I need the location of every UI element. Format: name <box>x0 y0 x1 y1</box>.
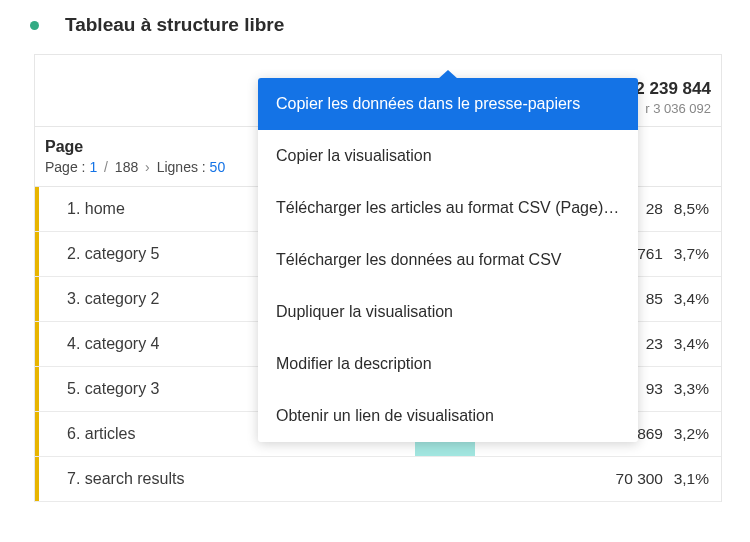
row-pct: 8,5% <box>663 200 721 218</box>
rows-count-link[interactable]: 50 <box>210 159 226 175</box>
metric-total: 2 239 844 <box>635 79 711 99</box>
metric-subtotal: r 3 036 092 <box>635 101 711 116</box>
row-pct: 3,7% <box>663 245 721 263</box>
row-value: 70 300 <box>581 470 663 488</box>
panel-title: Tableau à structure libre <box>65 14 284 36</box>
row-pct: 3,2% <box>663 425 721 443</box>
row-pct: 3,4% <box>663 335 721 353</box>
status-dot-icon <box>30 21 39 30</box>
menu-copy-data[interactable]: Copier les données dans le presse-papier… <box>258 78 638 130</box>
menu-edit-description[interactable]: Modifier la description <box>258 338 638 390</box>
row-pct: 3,3% <box>663 380 721 398</box>
page-current-link[interactable]: 1 <box>89 159 97 175</box>
menu-get-viz-link[interactable]: Obtenir un lien de visualisation <box>258 390 638 442</box>
context-menu: Copier les données dans le presse-papier… <box>258 78 638 442</box>
menu-copy-viz[interactable]: Copier la visualisation <box>258 130 638 182</box>
panel-header: Tableau à structure libre <box>0 0 750 54</box>
row-pct: 3,1% <box>663 470 721 488</box>
menu-duplicate-viz[interactable]: Dupliquer la visualisation <box>258 286 638 338</box>
menu-download-data-csv[interactable]: Télécharger les données au format CSV <box>258 234 638 286</box>
table-row[interactable]: 7. search results 70 300 3,1% <box>35 457 721 502</box>
menu-download-items-csv[interactable]: Télécharger les articles au format CSV (… <box>258 182 638 234</box>
row-pct: 3,4% <box>663 290 721 308</box>
